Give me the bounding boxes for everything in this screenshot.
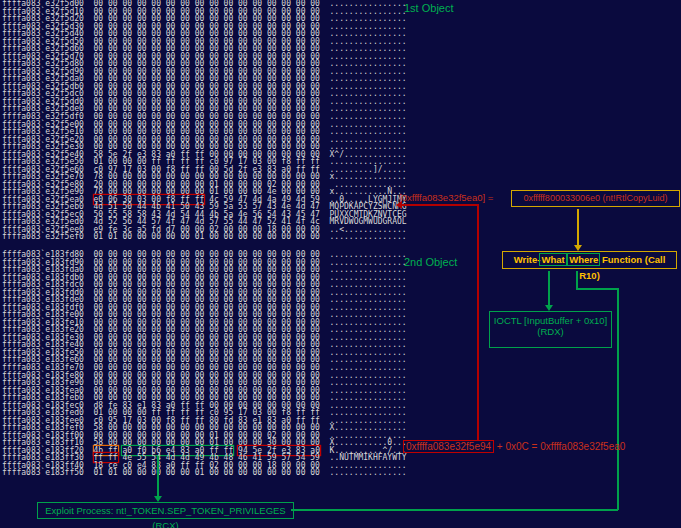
second-object-label: 2nd Object: [404, 256, 457, 268]
www-pre: Write-: [514, 254, 541, 265]
green-where-vertical-1: [576, 271, 578, 289]
row-address: ffffa083`e183ff50: [2, 468, 84, 477]
hex-dump-second-object: ffffa083`e183fd80 00 00 00 00 00 00 00 0…: [2, 251, 407, 477]
windbg-annotated-screenshot: ffffa083`e32f5d00 00 00 00 00 00 00 00 0…: [0, 0, 681, 528]
ioctl-box: IOCTL [InputBuffer + 0x10] (RDX): [489, 311, 612, 348]
green-token-vertical: [157, 456, 159, 497]
exploit-process-label: Exploit Process: nt!_TOKEN.SEP_TOKEN_PRI…: [45, 505, 285, 528]
exploit-process-box: Exploit Process: nt!_TOKEN.SEP_TOKEN_PRI…: [37, 502, 294, 519]
row-ascii: ................: [330, 468, 407, 477]
deref-value-box: 0xfffff800033006e0 (nt!RtlCopyLuid): [511, 190, 680, 207]
row-ascii: ................: [330, 232, 407, 241]
green-bottom-horizontal: [291, 509, 618, 511]
ioctl-line2: (RDX): [490, 326, 611, 337]
green-right-vertical: [617, 288, 619, 510]
green-where-horizontal: [576, 288, 618, 290]
deref-address-label: [0xffffa083e32f5ea0] =: [399, 192, 493, 203]
www-what: What: [540, 254, 565, 265]
dump-row: ffffa083`e32f5ef0 01 01 00 00 00 00 00 0…: [2, 233, 407, 241]
row-bytes: 01 01 00 00 00 00 00 01 00 00 00 00 00 0…: [94, 468, 320, 477]
first-object-label: 1st Object: [404, 2, 454, 14]
write-what-where-box: Write-What Where Function (Call R10): [502, 251, 677, 269]
deref-value-text: 0xfffff800033006e0 (nt!RtlCopyLuid): [524, 193, 668, 203]
www-where: Where: [568, 254, 599, 265]
green-what-vertical: [548, 271, 550, 305]
offset-boxed-value: 0xffffa083e32f5e94: [403, 440, 494, 453]
hex-dump-first-object: ffffa083`e32f5d00 00 00 00 00 00 00 00 0…: [2, 0, 407, 241]
row-address: ffffa083`e32f5ef0: [2, 232, 84, 241]
red-connector-horizontal: [402, 204, 478, 206]
ioctl-line1: IOCTL [InputBuffer + 0x10]: [490, 315, 611, 326]
offset-rest: + 0x0C = 0xffffa083e32f5ea0: [494, 441, 625, 452]
red-connector-vertical: [477, 204, 479, 440]
dump-row: ffffa083`e183ff50 01 01 00 00 00 00 00 0…: [2, 469, 407, 477]
offset-math-annotation: 0xffffa083e32f5e94 + 0x0C = 0xffffa083e3…: [403, 441, 625, 452]
yellow-connector-vertical: [577, 209, 579, 246]
row-bytes: 01 01 00 00 00 00 00 01 00 00 00 00 00 0…: [94, 232, 320, 241]
